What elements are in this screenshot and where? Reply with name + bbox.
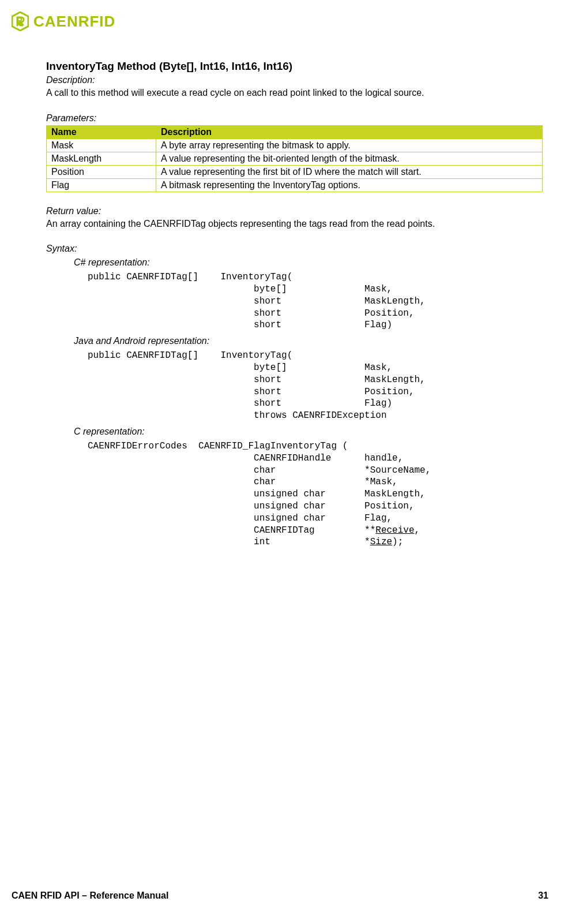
param-name: Flag [47,178,156,192]
csharp-label: C# representation: [74,257,543,268]
return-text: An array containing the CAENRFIDTag obje… [46,218,543,230]
table-header-name: Name [47,125,156,139]
svg-rect-3 [17,17,18,25]
csharp-code: public CAENRFIDTag[] InventoryTag( byte[… [88,271,543,331]
syntax-label: Syntax: [46,244,543,254]
param-name: Mask [47,139,156,152]
logo: CAENRFID [12,12,548,31]
table-header-desc: Description [156,125,543,139]
table-row: Position A value representing the first … [47,165,543,178]
parameters-label: Parameters: [46,113,543,124]
param-name: Position [47,165,156,178]
java-code: public CAENRFIDTag[] InventoryTag( byte[… [88,350,543,422]
param-desc: A byte array representing the bitmask to… [156,139,543,152]
main-content: InventoryTag Method (Byte[], Int16, Int1… [46,60,543,548]
java-label: Java and Android representation: [74,336,543,346]
footer: CAEN RFID API – Reference Manual 31 [12,891,548,901]
table-row: Flag A bitmask representing the Inventor… [47,178,543,192]
footer-page: 31 [538,891,548,901]
method-title: InventoryTag Method (Byte[], Int16, Int1… [46,60,543,73]
logo-text: CAENRFID [33,13,115,31]
c-label: C representation: [74,427,543,437]
description-label: Description: [46,75,543,85]
param-desc: A value representing the first bit of ID… [156,165,543,178]
description-text: A call to this method will execute a rea… [46,87,543,99]
parameters-table: Name Description Mask A byte array repre… [46,125,543,192]
c-code: CAENRFIDErrorCodes CAENRFID_FlagInventor… [88,440,543,548]
hex-r-icon [12,12,29,31]
return-label: Return value: [46,206,543,216]
footer-left: CAEN RFID API – Reference Manual [12,891,168,901]
syntax-block: C# representation: public CAENRFIDTag[] … [74,257,543,548]
param-name: MaskLength [47,152,156,165]
table-row: MaskLength A value representing the bit-… [47,152,543,165]
param-desc: A value representing the bit-oriented le… [156,152,543,165]
param-desc: A bitmask representing the InventoryTag … [156,178,543,192]
table-row: Mask A byte array representing the bitma… [47,139,543,152]
